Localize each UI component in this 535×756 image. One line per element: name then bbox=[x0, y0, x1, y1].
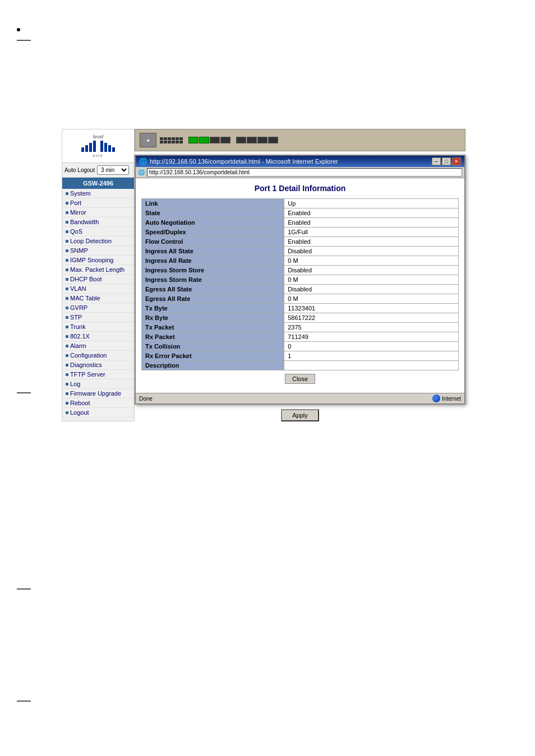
nav-item-label: QoS bbox=[70, 228, 82, 235]
nav-item-alarm[interactable]: Alarm bbox=[62, 341, 134, 351]
table-row: Rx Packet711249 bbox=[142, 332, 459, 342]
apply-button[interactable]: Apply bbox=[281, 409, 319, 421]
nav-item-trunk[interactable]: Trunk bbox=[62, 322, 134, 332]
field-label: Ingress Storm Store bbox=[142, 266, 284, 275]
table-row: Tx Collision0 bbox=[142, 342, 459, 351]
close-button[interactable]: ✕ bbox=[452, 157, 461, 165]
ie-icon: 🌐 bbox=[139, 157, 147, 165]
nav-item-mac-table[interactable]: MAC Table bbox=[62, 294, 134, 303]
device-title: GSW-2496 bbox=[62, 178, 134, 189]
nav-item-label: Trunk bbox=[70, 323, 86, 330]
field-value: Up bbox=[284, 199, 459, 208]
nav-item-gvrp[interactable]: GVRP bbox=[62, 303, 134, 313]
nav-item-firmware-upgrade[interactable]: Firmware Upgrade bbox=[62, 389, 134, 398]
field-value: 2375 bbox=[284, 323, 459, 332]
browser-titlebar: 🌐 http://192.168.50.136/comportdetail.ht… bbox=[136, 156, 464, 167]
nav-item-label: Max. Packet Length bbox=[70, 266, 124, 273]
nav-item-label: SNMP bbox=[70, 247, 88, 254]
nav-item-logout[interactable]: Logout bbox=[62, 408, 134, 418]
nav-item-bandwidth[interactable]: Bandwidth bbox=[62, 217, 134, 227]
status-done: Done bbox=[139, 396, 153, 402]
nav-item-configuration[interactable]: Configuration bbox=[62, 351, 134, 360]
nav-item-label: Port bbox=[70, 200, 81, 206]
address-input[interactable] bbox=[147, 168, 462, 177]
internet-label: Internet bbox=[442, 396, 461, 402]
hline-decoration bbox=[17, 40, 31, 41]
nav-item-diagnostics[interactable]: Diagnostics bbox=[62, 360, 134, 370]
table-row: Tx Packet2375 bbox=[142, 323, 459, 332]
left-deco-1 bbox=[17, 392, 31, 393]
field-label: Rx Error Packet bbox=[142, 351, 284, 361]
port-group-3 bbox=[236, 137, 278, 143]
restore-button[interactable]: □ bbox=[442, 157, 451, 165]
bullet-decoration bbox=[17, 28, 20, 31]
nav-item-loop-detection[interactable]: Loop Detection bbox=[62, 236, 134, 246]
nav-dot bbox=[66, 211, 68, 214]
globe-icon bbox=[432, 395, 440, 402]
table-row: Auto NegotiationEnabled bbox=[142, 218, 459, 228]
nav-item-qos[interactable]: QoS bbox=[62, 227, 134, 236]
browser-controls[interactable]: ─ □ ✕ bbox=[432, 157, 461, 165]
nav-item-label: Reboot bbox=[70, 400, 90, 406]
nav-dot bbox=[66, 240, 68, 243]
port-group-2 bbox=[188, 137, 230, 143]
field-value: 1G/Full bbox=[284, 228, 459, 237]
logo-italic: level bbox=[64, 134, 132, 140]
browser-address-bar: 🌐 bbox=[136, 167, 464, 178]
nav-item-label: MAC Table bbox=[70, 295, 100, 302]
nav-item-label: IGMP Snooping bbox=[70, 257, 113, 263]
nav-item-802-1x[interactable]: 802.1X bbox=[62, 332, 134, 341]
field-value: 0 M bbox=[284, 256, 459, 266]
nav-item-mirror[interactable]: Mirror bbox=[62, 208, 134, 217]
field-label: Tx Collision bbox=[142, 342, 284, 351]
nav-dot bbox=[66, 278, 68, 281]
nav-item-dhcp-boot[interactable]: DHCP Boot bbox=[62, 275, 134, 284]
autologout-label: Auto Logout bbox=[64, 167, 95, 173]
logo-bar-7 bbox=[108, 145, 111, 152]
nav-dot bbox=[66, 392, 68, 395]
nav-item-snmp[interactable]: SNMP bbox=[62, 246, 134, 256]
nav-item-system[interactable]: System bbox=[62, 189, 134, 198]
table-row: Egress All StateDisabled bbox=[142, 285, 459, 294]
nav-item-label: Firmware Upgrade bbox=[70, 390, 121, 397]
field-value: 0 M bbox=[284, 294, 459, 304]
nav-item-label: Logout bbox=[70, 409, 89, 416]
info-table: LinkUpStateEnabledAuto NegotiationEnable… bbox=[141, 198, 459, 370]
field-label: State bbox=[142, 208, 284, 218]
logo-bar-8 bbox=[112, 147, 115, 152]
table-row: Description bbox=[142, 361, 459, 370]
field-label: Ingress All State bbox=[142, 247, 284, 256]
close-button-detail[interactable]: Close bbox=[285, 374, 315, 384]
field-value: Enabled bbox=[284, 208, 459, 218]
field-label: Ingress All Rate bbox=[142, 256, 284, 266]
autologout-select[interactable]: 3 min 5 min 10 min Never bbox=[97, 165, 129, 175]
field-label: Egress All Rate bbox=[142, 294, 284, 304]
nav-item-port[interactable]: Port bbox=[62, 198, 134, 208]
main-wrapper: level one Auto Logout 3 min bbox=[62, 129, 465, 421]
logo-bar-4 bbox=[93, 141, 96, 152]
nav-item-log[interactable]: Log bbox=[62, 379, 134, 389]
switch-graphic: ■ bbox=[135, 129, 465, 151]
field-value: 58617222 bbox=[284, 313, 459, 323]
nav-dot bbox=[66, 411, 68, 414]
table-row: Flow ControlEnabled bbox=[142, 237, 459, 247]
nav-item-label: GVRP bbox=[70, 304, 87, 311]
nav-item-label: VLAN bbox=[70, 285, 86, 292]
nav-item-label: System bbox=[70, 190, 91, 197]
nav-item-stp[interactable]: STP bbox=[62, 313, 134, 322]
nav-item-vlan[interactable]: VLAN bbox=[62, 284, 134, 294]
nav-item-tftp-server[interactable]: TFTP Server bbox=[62, 370, 134, 379]
nav-dot bbox=[66, 268, 68, 271]
field-value: Disabled bbox=[284, 247, 459, 256]
nav-item-max--packet-length[interactable]: Max. Packet Length bbox=[62, 265, 134, 275]
apply-btn-container: Apply bbox=[135, 409, 465, 421]
nav-item-igmp-snooping[interactable]: IGMP Snooping bbox=[62, 256, 134, 265]
nav-item-reboot[interactable]: Reboot bbox=[62, 398, 134, 408]
nav-dot bbox=[66, 364, 68, 367]
port-detail-title: Port 1 Detail Information bbox=[141, 184, 459, 193]
field-label: Auto Negotiation bbox=[142, 218, 284, 228]
minimize-button[interactable]: ─ bbox=[432, 157, 441, 165]
nav-item-label: 802.1X bbox=[70, 333, 90, 340]
port-detail-content: Port 1 Detail Information LinkUpStateEna… bbox=[136, 178, 464, 393]
nav-dot bbox=[66, 249, 68, 252]
